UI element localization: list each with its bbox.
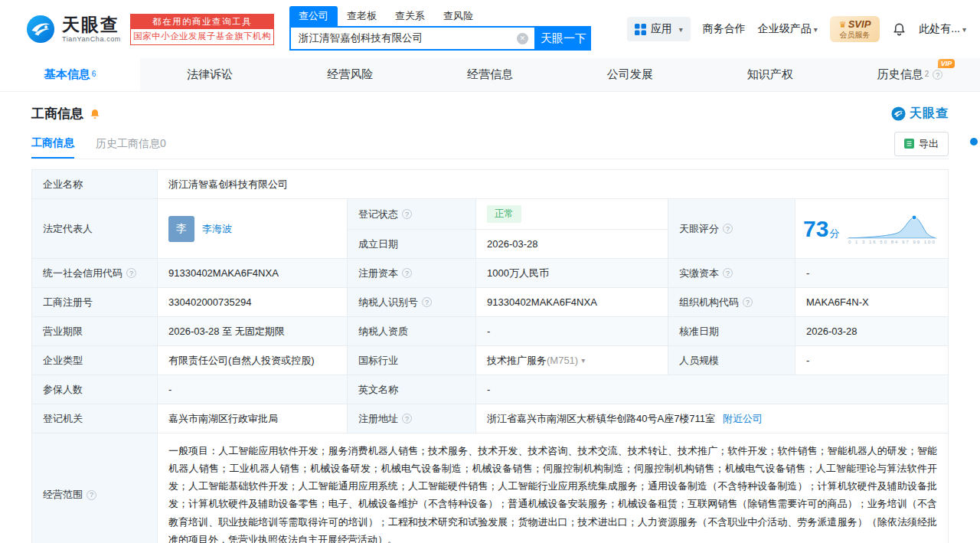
status-badge: 正常 <box>487 205 521 223</box>
user-menu[interactable]: 此处有... <box>919 22 966 36</box>
help-icon[interactable] <box>933 70 942 80</box>
reg-status-label: 登记状态 <box>348 199 476 229</box>
paid-capital-value: - <box>795 259 948 287</box>
subtab-business-info[interactable]: 工商信息 <box>31 129 74 159</box>
help-icon[interactable] <box>402 414 412 424</box>
watermark-text: 天眼查 <box>910 106 949 122</box>
company-type-value: 有限责任公司(自然人投资或控股) <box>158 346 348 375</box>
taxpayer-qualification-label: 纳税人资质 <box>348 317 476 345</box>
legal-rep-avatar[interactable]: 李 <box>168 216 194 242</box>
tab-company-development[interactable]: 公司发展 <box>560 58 700 91</box>
business-cooperation-link[interactable]: 商务合作 <box>703 22 746 36</box>
credit-code-label: 统一社会信用代码 <box>32 259 158 287</box>
chevron-down-icon <box>814 25 818 34</box>
enterprise-product-menu[interactable]: 企业级产品 <box>758 22 818 36</box>
industry-cell: 技术推广服务 (M751) <box>476 346 668 375</box>
company-name-label: 企业名称 <box>32 170 158 198</box>
registration-authority-label: 登记机关 <box>32 404 158 433</box>
crown-icon <box>839 20 847 30</box>
table-row: 统一社会信用代码 91330402MAKA6F4NXA 注册资本 1000万人民… <box>32 259 948 288</box>
registration-number-value: 330402000735294 <box>158 288 348 316</box>
slogan-line2: 国家中小企业发展子基金旗下机构 <box>131 29 273 44</box>
search-input[interactable] <box>297 32 517 45</box>
apps-menu[interactable]: 应用 <box>627 17 691 41</box>
org-code-label: 组织机构代码 <box>668 288 795 316</box>
tab-label: 历史信息 <box>877 67 923 82</box>
site-logo[interactable]: 天眼查 TianYanCha.com <box>26 15 121 44</box>
chevron-down-icon[interactable] <box>581 356 585 365</box>
tianyan-score-cell: 73 分 0 1 3 16 50 84 97 99 100 <box>795 199 948 258</box>
established-date-label: 成立日期 <box>348 230 476 258</box>
tab-operational-risk[interactable]: 经营风险 <box>280 58 420 91</box>
table-row: 参保人数 - 英文名称 - <box>32 375 948 404</box>
score-suffix: 分 <box>829 227 839 240</box>
help-icon[interactable] <box>723 268 733 278</box>
search-button[interactable]: 天眼一下 <box>536 26 591 51</box>
export-button[interactable]: 导出 <box>894 132 949 156</box>
svip-sub-label: 会员服务 <box>839 31 871 40</box>
floating-widget-dot[interactable] <box>970 138 978 146</box>
help-icon[interactable] <box>402 209 412 219</box>
staff-size-value: - <box>795 346 948 375</box>
help-icon[interactable] <box>402 268 412 278</box>
reg-status-cell: 正常 <box>476 199 668 229</box>
tianyan-score-label: 天眼评分 <box>668 199 795 258</box>
tab-history-info[interactable]: 历史信息 2 VIP <box>840 58 980 91</box>
main-content: 工商信息 天眼查 工商信息 <box>0 92 980 543</box>
grid-icon <box>635 24 646 35</box>
help-icon[interactable] <box>743 297 753 307</box>
business-term-value: 2026-03-28 至 无固定期限 <box>158 317 348 345</box>
help-icon[interactable] <box>422 297 432 307</box>
tab-label: 基本信息 <box>44 67 90 82</box>
tab-basic-info[interactable]: 基本信息 6 <box>0 58 140 91</box>
search-tab-company[interactable]: 查公司 <box>289 6 338 26</box>
subscribe-bell-icon[interactable] <box>89 108 101 120</box>
credit-code-value: 91330402MAKA6F4NXA <box>158 259 348 287</box>
tab-label: 知识产权 <box>747 67 793 82</box>
paid-capital-label: 实缴资本 <box>668 259 795 287</box>
approval-date-value: 2026-03-28 <box>795 317 948 345</box>
registered-address-label: 注册地址 <box>348 404 476 433</box>
english-name-value: - <box>476 375 948 404</box>
table-row: 营业期限 2026-03-28 至 无固定期限 纳税人资质 - 核准日期 202… <box>32 317 948 346</box>
chevron-down-icon <box>679 25 683 34</box>
search-tab-boss[interactable]: 查老板 <box>338 6 386 26</box>
legal-rep-label: 法定代表人 <box>32 199 158 258</box>
tab-count: 2 <box>925 70 929 78</box>
tab-business-info[interactable]: 经营信息 <box>420 58 560 91</box>
search-tab-relation[interactable]: 查关系 <box>386 6 434 26</box>
search-area: 查公司 查老板 查关系 查风险 天眼一下 <box>289 8 591 51</box>
tab-label: 经营信息 <box>467 67 513 82</box>
export-icon <box>904 139 914 149</box>
insured-count-value: - <box>158 375 348 404</box>
help-icon[interactable] <box>126 268 136 278</box>
tab-label: 法律诉讼 <box>187 67 233 82</box>
clear-search-icon[interactable] <box>517 33 528 44</box>
table-row: 法定代表人 李 李海波 登记状态 正常 <box>32 199 948 259</box>
search-tab-risk[interactable]: 查风险 <box>434 6 482 26</box>
registered-address-cell: 浙江省嘉兴市南湖区大桥镇华创路40号A座7楼711室 附近公司 <box>476 404 948 433</box>
business-scope-label: 经营范围 <box>32 433 158 543</box>
notifications-bell-icon[interactable] <box>892 22 906 37</box>
tab-legal-proceedings[interactable]: 法律诉讼 <box>140 58 280 91</box>
registered-capital-value: 1000万人民币 <box>476 259 668 287</box>
registered-capital-label: 注册资本 <box>348 259 476 287</box>
help-icon[interactable] <box>87 490 96 500</box>
subtab-history-business-info[interactable]: 历史工商信息0 <box>96 129 166 159</box>
slogan-line1: 都在用的商业查询工具 <box>131 15 273 30</box>
tab-intellectual-property[interactable]: 知识产权 <box>700 58 840 91</box>
logo-domain: TianYanCha.com <box>62 35 121 43</box>
tab-count: 6 <box>92 70 96 78</box>
help-icon[interactable] <box>723 224 733 234</box>
business-info-table: 企业名称 浙江清智嘉创科技有限公司 法定代表人 李 李海波 登记状态 <box>31 169 949 543</box>
legal-rep-link[interactable]: 李海波 <box>202 222 232 236</box>
enterprise-product-label: 企业级产品 <box>758 22 812 36</box>
established-date-value: 2026-03-28 <box>476 230 668 258</box>
legal-rep-cell: 李 李海波 <box>158 199 348 258</box>
approval-date-label: 核准日期 <box>668 317 795 345</box>
nearby-companies-link[interactable]: 附近公司 <box>723 412 763 426</box>
table-row: 经营范围 一般项目：人工智能应用软件开发；服务消费机器人销售；技术服务、技术开发… <box>32 433 948 543</box>
search-type-tabs: 查公司 查老板 查关系 查风险 <box>289 8 591 26</box>
svip-membership-button[interactable]: SVIP 会员服务 <box>830 16 880 42</box>
watermark-logo-icon <box>891 106 906 121</box>
